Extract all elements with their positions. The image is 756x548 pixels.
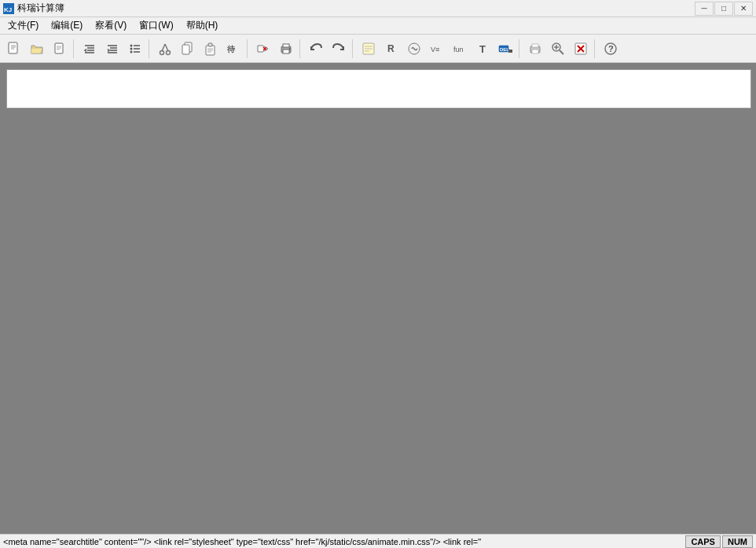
- note-icon: [361, 42, 376, 56]
- svg-text:?: ?: [608, 44, 614, 53]
- separator-3: [247, 39, 250, 58]
- svg-rect-40: [283, 44, 289, 47]
- toolbar-print2[interactable]: [524, 38, 546, 60]
- menu-help[interactable]: 帮助(H): [180, 17, 225, 34]
- svg-line-26: [162, 44, 165, 51]
- formula-r-icon: R: [384, 42, 398, 56]
- svg-point-22: [130, 50, 133, 53]
- svg-line-58: [560, 50, 563, 54]
- status-bar: <meta name="searchtitle" content=""/> <l…: [0, 534, 756, 548]
- func2-icon: V≡: [430, 42, 444, 56]
- svg-point-20: [130, 47, 133, 50]
- toolbar-del[interactable]: DEL: [494, 38, 516, 60]
- status-text: <meta name="searchtitle" content=""/> <l…: [3, 537, 685, 546]
- svg-rect-55: [532, 50, 538, 53]
- svg-text:fun: fun: [453, 46, 464, 53]
- svg-point-24: [160, 50, 164, 54]
- open-icon: [30, 42, 44, 56]
- minimize-button[interactable]: ─: [695, 2, 714, 16]
- separator-5: [352, 39, 355, 58]
- svg-rect-56: [532, 44, 538, 47]
- status-indicators: CAPS NUM: [685, 535, 753, 548]
- window-controls: ─ □ ✕: [695, 2, 753, 16]
- toolbar-open[interactable]: [26, 38, 48, 60]
- close-button[interactable]: ✕: [734, 2, 753, 16]
- copy-icon: [181, 42, 195, 56]
- toolbar-func4[interactable]: T: [472, 38, 494, 60]
- svg-rect-31: [208, 43, 212, 46]
- toolbar-zoom[interactable]: [547, 38, 569, 60]
- svg-text:V≡: V≡: [431, 46, 439, 53]
- toolbar-increase-indent[interactable]: [101, 38, 123, 60]
- help-icon: ?: [604, 42, 618, 56]
- toolbar-paste[interactable]: [200, 38, 222, 60]
- delete-right-icon: [256, 42, 270, 56]
- toolbar-cut[interactable]: [154, 38, 176, 60]
- separator-6: [519, 39, 522, 58]
- svg-line-27: [165, 44, 168, 51]
- menu-file[interactable]: 文件(F): [2, 17, 45, 34]
- svg-text:DEL: DEL: [500, 47, 509, 52]
- toolbar-delete-right[interactable]: [252, 38, 274, 60]
- menu-view[interactable]: 察看(V): [89, 17, 133, 34]
- separator-2: [149, 39, 152, 58]
- toolbar-func2[interactable]: V≡: [426, 38, 448, 60]
- cut-icon: [158, 42, 172, 56]
- toolbar-print-preview[interactable]: [49, 38, 71, 60]
- toolbar-print[interactable]: [275, 38, 297, 60]
- toolbar-func3[interactable]: fun: [449, 38, 471, 60]
- redo-icon: [332, 42, 346, 56]
- toolbar-close-doc[interactable]: [570, 38, 592, 60]
- toolbar-note[interactable]: [358, 38, 380, 60]
- svg-rect-2: [9, 42, 17, 53]
- toolbar-bullet-list[interactable]: [124, 38, 146, 60]
- separator-7: [594, 39, 597, 58]
- decrease-indent-icon: [83, 42, 97, 56]
- svg-text:待: 待: [226, 45, 236, 53]
- toolbar-formula-r[interactable]: R: [380, 38, 402, 60]
- zoom-icon: [551, 42, 565, 56]
- func1-icon: [407, 42, 421, 56]
- toolbar-decrease-indent[interactable]: [79, 38, 101, 60]
- menu-edit[interactable]: 编辑(E): [45, 17, 89, 34]
- toolbar-copy[interactable]: [177, 38, 199, 60]
- print-preview-icon: [53, 42, 67, 56]
- svg-point-25: [167, 50, 171, 54]
- svg-text:T: T: [479, 43, 486, 55]
- svg-rect-53: [508, 50, 512, 53]
- increase-indent-icon: [105, 42, 119, 56]
- toolbar-redo[interactable]: [328, 38, 350, 60]
- document-page[interactable]: [6, 69, 751, 108]
- new-icon: [7, 42, 21, 56]
- title-bar: KJ 科瑞计算簿 ─ □ ✕: [0, 0, 756, 17]
- undo-icon: [309, 42, 323, 56]
- paste-icon: [204, 42, 218, 56]
- toolbar-help[interactable]: ?: [600, 38, 622, 60]
- maximize-button[interactable]: □: [714, 2, 733, 16]
- toolbar-func1[interactable]: [403, 38, 425, 60]
- svg-text:R: R: [387, 43, 395, 54]
- separator-1: [73, 39, 76, 58]
- find-icon: 待: [226, 42, 240, 56]
- window-title: 科瑞计算簿: [17, 2, 64, 15]
- toolbar: 待: [0, 35, 756, 63]
- svg-point-18: [130, 44, 133, 46]
- svg-text:KJ: KJ: [4, 6, 12, 13]
- close-doc-icon: [574, 42, 588, 56]
- caps-lock-indicator: CAPS: [685, 535, 721, 548]
- print-icon: [279, 42, 293, 56]
- menu-window[interactable]: 窗口(W): [133, 17, 179, 34]
- print2-icon: [528, 42, 542, 56]
- toolbar-find[interactable]: 待: [222, 38, 244, 60]
- num-lock-indicator: NUM: [722, 535, 753, 548]
- svg-rect-39: [283, 50, 289, 53]
- bullet-list-icon: [128, 42, 142, 56]
- menu-bar: 文件(F) 编辑(E) 察看(V) 窗口(W) 帮助(H): [0, 17, 756, 35]
- toolbar-undo[interactable]: [305, 38, 327, 60]
- document-area: [0, 63, 756, 548]
- app-icon: KJ: [3, 3, 14, 14]
- toolbar-new[interactable]: [3, 38, 25, 60]
- separator-4: [299, 39, 303, 58]
- func3-icon: fun: [453, 42, 467, 56]
- func4-icon: T: [475, 42, 490, 56]
